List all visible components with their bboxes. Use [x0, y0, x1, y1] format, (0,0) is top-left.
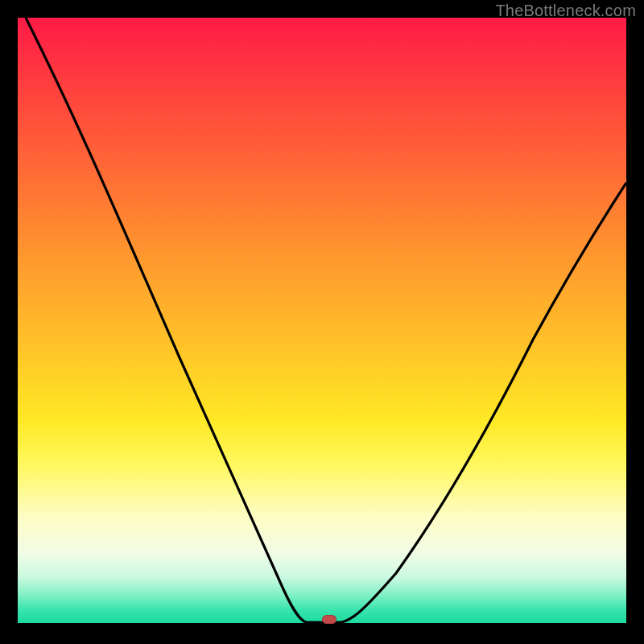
bottleneck-curve: [18, 18, 626, 626]
watermark-text: TheBottleneck.com: [495, 2, 636, 20]
chart-frame: TheBottleneck.com: [0, 0, 644, 644]
optimal-point-marker: [322, 615, 336, 624]
plot-area: [18, 18, 626, 626]
curve-left-branch: [26, 18, 341, 622]
curve-right-branch: [341, 183, 626, 622]
